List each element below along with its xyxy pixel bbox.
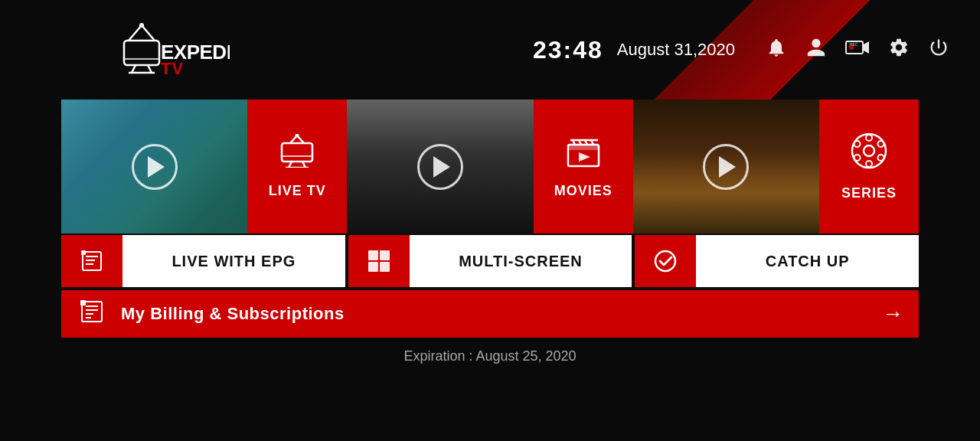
main-content: LIVE TV [0, 100, 980, 338]
multi-screen-button[interactable]: MULTI-SCREEN [348, 235, 632, 287]
svg-rect-17 [282, 143, 312, 162]
svg-point-34 [854, 141, 860, 147]
catch-up-icon [635, 235, 696, 287]
billing-label: My Billing & Subscriptions [121, 304, 882, 324]
power-icon[interactable] [928, 37, 949, 64]
svg-point-36 [854, 155, 860, 161]
svg-rect-53 [80, 300, 86, 305]
movies-icon [564, 134, 603, 175]
header: EXPEDITE TV 23:48 August 31,2020 REC [0, 0, 980, 100]
svg-point-31 [864, 145, 874, 156]
svg-rect-23 [568, 145, 599, 150]
live-epg-label-bg: LIVE WITH EPG [122, 235, 345, 287]
svg-rect-43 [368, 250, 378, 260]
tile-live-tv[interactable]: LIVE TV [247, 100, 347, 234]
svg-rect-3 [124, 41, 159, 65]
svg-point-35 [877, 141, 884, 147]
multi-screen-label: MULTI-SCREEN [459, 253, 583, 270]
billing-banner[interactable]: My Billing & Subscriptions → [61, 290, 919, 338]
catch-up-label: CATCH UP [766, 253, 850, 270]
multi-screen-icon [348, 235, 410, 287]
tv-icon [278, 134, 316, 175]
play-triangle-icon-3 [719, 156, 736, 178]
date: August 31,2020 [617, 40, 735, 60]
tile-series[interactable]: SERIES [819, 100, 919, 234]
billing-icon [77, 299, 107, 329]
svg-marker-11 [864, 41, 869, 54]
bell-icon[interactable] [766, 37, 787, 64]
header-icons: REC [766, 37, 949, 64]
svg-point-2 [139, 23, 144, 28]
catch-up-button[interactable]: CATCH UP [635, 235, 919, 287]
tile-city[interactable] [347, 100, 533, 234]
live-epg-label: LIVE WITH EPG [172, 253, 296, 270]
tile-movies[interactable]: MOVIES [534, 100, 633, 234]
play-button-palms[interactable] [703, 144, 749, 190]
svg-point-32 [866, 135, 872, 141]
multi-screen-label-bg: MULTI-SCREEN [410, 235, 632, 287]
record-icon[interactable]: REC [845, 37, 870, 64]
series-label: SERIES [841, 185, 897, 201]
person-icon[interactable] [805, 37, 827, 64]
live-epg-button[interactable]: LIVE WITH EPG [61, 235, 345, 287]
datetime: 23:48 August 31,2020 [533, 36, 735, 64]
svg-line-5 [132, 65, 136, 73]
svg-point-37 [877, 155, 884, 161]
svg-line-6 [148, 65, 152, 73]
svg-point-47 [655, 251, 675, 271]
settings-icon[interactable] [888, 37, 910, 64]
live-epg-icon [61, 235, 122, 287]
svg-rect-46 [380, 262, 390, 272]
play-triangle-icon-2 [433, 156, 450, 178]
expiration-text: Expiration : August 25, 2020 [403, 348, 576, 364]
footer: Expiration : August 25, 2020 [0, 348, 980, 364]
series-icon [850, 132, 888, 178]
svg-point-33 [866, 161, 872, 167]
actions-row: LIVE WITH EPG MULTI-SCREEN [61, 235, 919, 287]
play-triangle-icon [148, 156, 165, 178]
billing-arrow-icon: → [882, 302, 903, 326]
svg-rect-44 [380, 250, 390, 260]
svg-rect-45 [368, 262, 378, 272]
svg-rect-42 [81, 250, 86, 255]
svg-point-30 [852, 134, 886, 168]
live-tv-label: LIVE TV [269, 183, 326, 199]
logo-svg: EXPEDITE TV [61, 19, 230, 80]
logo: EXPEDITE TV [61, 19, 230, 80]
play-button-beach[interactable] [132, 144, 178, 190]
tile-beach[interactable] [61, 100, 247, 234]
svg-marker-29 [579, 152, 590, 162]
tiles-row: LIVE TV [61, 100, 919, 234]
svg-text:TV: TV [161, 59, 184, 78]
svg-line-0 [129, 25, 142, 41]
catch-up-label-bg: CATCH UP [696, 235, 919, 287]
svg-line-1 [142, 25, 155, 41]
svg-text:REC: REC [850, 42, 858, 47]
tile-palms[interactable] [633, 100, 819, 234]
play-button-city[interactable] [417, 144, 463, 190]
movies-label: MOVIES [554, 183, 612, 199]
clock: 23:48 [533, 36, 603, 64]
